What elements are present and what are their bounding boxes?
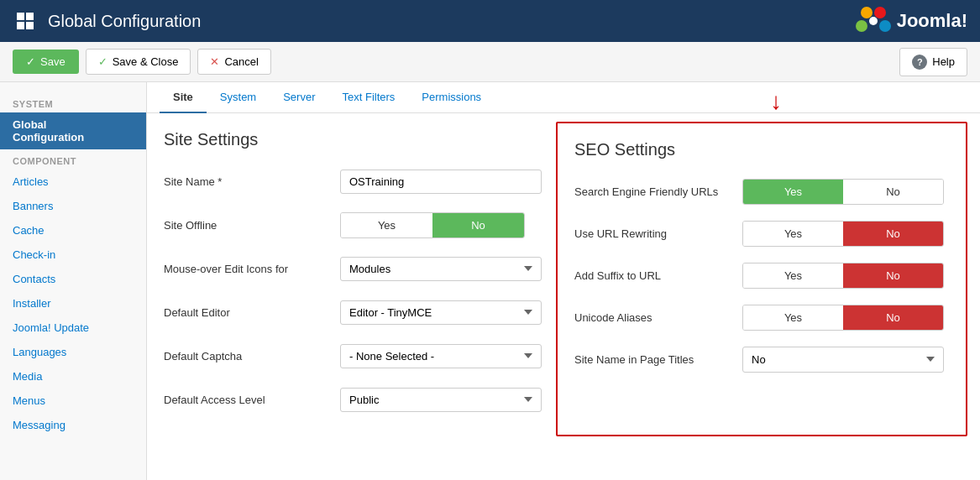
system-section-title: SYSTEM	[0, 92, 146, 112]
add-suffix-yes[interactable]: Yes	[743, 263, 843, 288]
default-access-label: Default Access Level	[164, 394, 340, 406]
top-header: Global Configuration Joomla!	[0, 0, 980, 42]
app-icon	[13, 8, 38, 34]
sidebar-item-contacts[interactable]: Contacts	[0, 267, 146, 291]
default-captcha-label: Default Captcha	[164, 350, 340, 363]
default-editor-control: Editor - TinyMCE	[340, 300, 542, 325]
sidebar-item-cache[interactable]: Cache	[0, 218, 146, 243]
sidebar-item-articles[interactable]: Articles	[0, 170, 146, 194]
sidebar-item-global-config[interactable]: Global Configuration	[0, 112, 146, 149]
site-name-row: Site Name *	[164, 166, 539, 196]
sidebar-item-messaging[interactable]: Messaging	[0, 413, 146, 437]
default-captcha-control: - None Selected -	[340, 344, 542, 368]
seo-settings-panel: ↓ SEO Settings Search Engine Friendly UR…	[556, 122, 967, 436]
toolbar: ✓ Save ✓ Save & Close ✕ Cancel ? Help	[0, 42, 980, 82]
tabs-bar: Site System Server Text Filters Permissi…	[147, 82, 980, 113]
site-offline-row: Site Offline Yes No	[164, 210, 539, 240]
svg-point-2	[856, 20, 867, 32]
unicode-aliases-row: Unicode Aliases Yes No	[574, 302, 949, 332]
svg-point-1	[874, 7, 886, 18]
svg-point-0	[861, 7, 873, 18]
default-access-row: Default Access Level Public	[164, 384, 539, 415]
tab-permissions[interactable]: Permissions	[408, 82, 495, 113]
site-name-page-titles-row: Site Name in Page Titles No Before After	[574, 344, 949, 374]
sidebar-item-joomla-update[interactable]: Joomla! Update	[0, 316, 146, 340]
url-rewriting-no[interactable]: No	[843, 222, 943, 246]
add-suffix-label: Add Suffix to URL	[574, 269, 742, 282]
save-close-button[interactable]: ✓ Save & Close	[86, 49, 191, 75]
sef-urls-toggle: Yes No	[742, 179, 944, 205]
header-left: Global Configuration	[13, 8, 201, 34]
joomla-logo-text: Joomla!	[897, 10, 967, 32]
add-suffix-toggle: Yes No	[742, 263, 944, 289]
url-rewriting-toggle: Yes No	[742, 221, 944, 247]
save-button[interactable]: ✓ Save	[13, 50, 79, 74]
sidebar-item-media[interactable]: Media	[0, 364, 146, 389]
sidebar-item-languages[interactable]: Languages	[0, 340, 146, 364]
sef-urls-label: Search Engine Friendly URLs	[574, 185, 742, 198]
site-offline-no[interactable]: No	[432, 213, 524, 237]
page-title: Global Configuration	[48, 12, 201, 31]
default-captcha-select[interactable]: - None Selected -	[340, 344, 542, 368]
mouseover-control: Modules	[340, 257, 542, 281]
sidebar-item-menus[interactable]: Menus	[0, 389, 146, 413]
mouseover-row: Mouse-over Edit Icons for Modules	[164, 253, 539, 284]
tab-site[interactable]: Site	[160, 82, 207, 113]
arrow-down-icon: ↓	[770, 90, 782, 113]
sef-urls-yes[interactable]: Yes	[743, 180, 843, 204]
site-offline-label: Site Offline	[164, 219, 340, 232]
site-settings-title: Site Settings	[164, 130, 539, 149]
sef-urls-no[interactable]: No	[843, 180, 943, 204]
tab-text-filters[interactable]: Text Filters	[328, 82, 408, 113]
site-settings-panel: Site Settings Site Name * Site Offline Y…	[147, 113, 556, 445]
content-body: Site Settings Site Name * Site Offline Y…	[147, 113, 980, 445]
help-question-icon: ?	[912, 55, 927, 70]
site-offline-yes[interactable]: Yes	[341, 213, 432, 237]
site-name-page-titles-label: Site Name in Page Titles	[574, 353, 742, 366]
unicode-aliases-control: Yes No	[742, 305, 949, 331]
site-name-input[interactable]	[340, 170, 542, 194]
add-suffix-row: Add Suffix to URL Yes No	[574, 260, 949, 290]
svg-point-3	[879, 20, 891, 32]
sidebar-item-installer[interactable]: Installer	[0, 291, 146, 316]
add-suffix-no[interactable]: No	[843, 263, 943, 288]
default-editor-label: Default Editor	[164, 306, 340, 319]
site-name-page-titles-select[interactable]: No Before After	[742, 347, 944, 373]
sidebar-item-banners[interactable]: Banners	[0, 194, 146, 218]
url-rewriting-label: Use URL Rewriting	[574, 227, 742, 240]
site-name-page-titles-control: No Before After	[742, 347, 949, 373]
url-rewriting-control: Yes No	[742, 221, 949, 247]
sef-urls-control: Yes No	[742, 179, 949, 205]
joomla-branding: Joomla!	[855, 4, 967, 38]
url-rewriting-row: Use URL Rewriting Yes No	[574, 218, 949, 248]
unicode-aliases-label: Unicode Aliases	[574, 311, 742, 324]
sidebar-item-checkin[interactable]: Check-in	[0, 243, 146, 267]
cancel-button[interactable]: ✕ Cancel	[197, 49, 270, 75]
save-check-icon: ✓	[26, 55, 35, 68]
unicode-aliases-yes[interactable]: Yes	[743, 305, 843, 330]
site-offline-control: Yes No	[340, 212, 539, 238]
unicode-aliases-no[interactable]: No	[843, 305, 943, 330]
seo-settings-title: SEO Settings	[574, 140, 949, 159]
mouseover-label: Mouse-over Edit Icons for	[164, 263, 340, 275]
sef-urls-row: Search Engine Friendly URLs Yes No	[574, 176, 949, 206]
site-name-label: Site Name *	[164, 175, 340, 188]
joomla-logo-icon	[855, 4, 892, 38]
help-button[interactable]: ? Help	[899, 48, 967, 76]
grid-icon	[17, 13, 34, 29]
component-section-title: COMPONENT	[0, 149, 146, 170]
add-suffix-control: Yes No	[742, 263, 949, 289]
tab-system[interactable]: System	[207, 82, 270, 113]
default-captcha-row: Default Captcha - None Selected -	[164, 341, 539, 371]
unicode-aliases-toggle: Yes No	[742, 305, 944, 331]
site-offline-toggle: Yes No	[340, 212, 525, 238]
save-close-check-icon: ✓	[98, 55, 107, 68]
default-access-select[interactable]: Public	[340, 388, 542, 412]
default-editor-select[interactable]: Editor - TinyMCE	[340, 300, 542, 325]
url-rewriting-yes[interactable]: Yes	[743, 222, 843, 246]
content-area: Site System Server Text Filters Permissi…	[147, 82, 980, 480]
tab-server[interactable]: Server	[270, 82, 328, 113]
mouseover-select[interactable]: Modules	[340, 257, 542, 281]
default-editor-row: Default Editor Editor - TinyMCE	[164, 297, 539, 327]
default-access-control: Public	[340, 388, 542, 412]
